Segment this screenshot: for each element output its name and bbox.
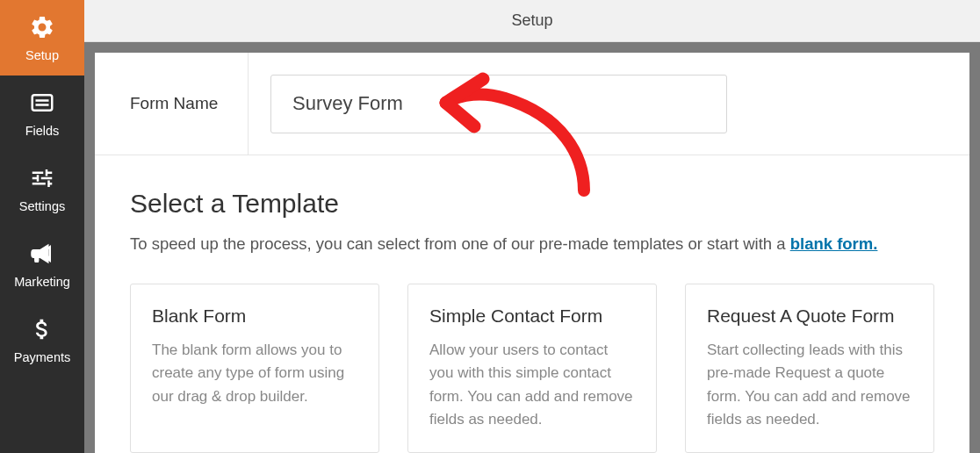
sidebar-item-marketing[interactable]: Marketing [0,226,84,302]
blank-form-link[interactable]: blank form. [790,234,878,253]
sidebar-item-label: Marketing [14,275,70,289]
dollar-icon [29,316,55,350]
form-name-row: Form Name [95,53,969,155]
content: Form Name Select a Template To speed up … [95,53,969,453]
templates-subtitle: To speed up the process, you can select … [130,234,934,254]
sidebar-item-payments[interactable]: Payments [0,302,84,378]
sidebar-item-label: Fields [25,124,60,138]
template-card-title: Blank Form [152,306,357,327]
template-card-desc: The blank form allows you to create any … [152,339,357,408]
template-card-desc: Start collecting leads with this pre-mad… [707,339,912,431]
template-card-title: Request A Quote Form [707,306,912,327]
form-name-input[interactable] [270,75,727,133]
gear-icon [29,14,55,48]
template-card-request-quote[interactable]: Request A Quote Form Start collecting le… [685,284,934,453]
content-frame: Form Name Select a Template To speed up … [84,42,980,453]
template-grid: Blank Form The blank form allows you to … [130,284,934,453]
template-card-simple-contact[interactable]: Simple Contact Form Allow your users to … [407,284,657,453]
form-name-input-cell [249,75,969,133]
form-name-label: Form Name [95,53,249,155]
template-card-desc: Allow your users to contact you with thi… [429,339,635,431]
sliders-icon [29,165,55,199]
page-title: Setup [511,11,552,30]
template-card-title: Simple Contact Form [429,306,635,327]
list-icon [29,90,55,124]
sidebar: Setup Fields Settings Marketing Payments [0,0,84,453]
templates-section: Select a Template To speed up the proces… [95,155,969,453]
templates-subtitle-text: To speed up the process, you can select … [130,234,790,253]
sidebar-item-fields[interactable]: Fields [0,76,84,151]
templates-heading: Select a Template [130,189,934,219]
sidebar-item-label: Payments [14,350,70,364]
bullhorn-icon [29,241,55,275]
sidebar-item-settings[interactable]: Settings [0,151,84,226]
sidebar-item-setup[interactable]: Setup [0,0,84,76]
sidebar-item-label: Settings [19,199,65,213]
topbar: Setup [84,0,980,42]
sidebar-item-label: Setup [25,48,59,62]
template-card-blank[interactable]: Blank Form The blank form allows you to … [130,284,379,453]
